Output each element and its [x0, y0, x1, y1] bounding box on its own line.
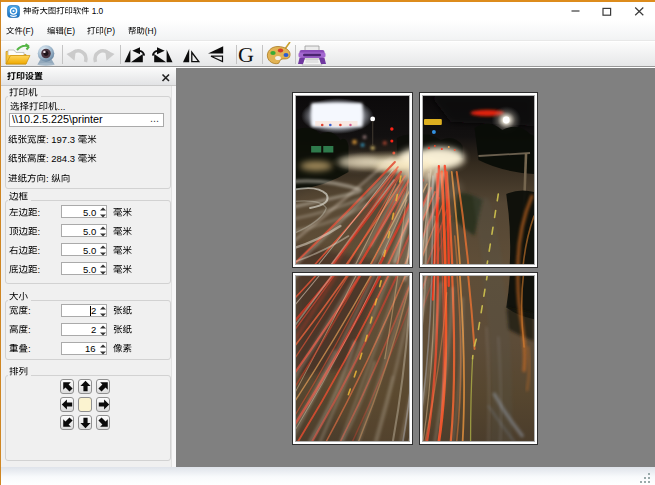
svg-text:5.0: 5.0 [83, 227, 96, 237]
svg-text::: : [46, 174, 49, 184]
svg-text::: : [38, 227, 41, 237]
svg-text:5.0: 5.0 [83, 246, 96, 256]
svg-text:2: 2 [91, 306, 96, 316]
svg-text:(F): (F) [23, 27, 34, 36]
svg-text::: : [28, 325, 31, 335]
svg-text:5.0: 5.0 [83, 208, 96, 218]
svg-text::: : [28, 344, 31, 354]
svg-text:G: G [238, 42, 254, 67]
svg-text::: : [38, 208, 41, 218]
svg-text:...: ... [150, 113, 159, 124]
svg-text:2: 2 [91, 325, 96, 335]
svg-text:(E): (E) [64, 27, 75, 36]
svg-text::: : [46, 154, 49, 164]
svg-text:1.0: 1.0 [92, 7, 104, 16]
svg-text::: : [46, 135, 49, 145]
svg-text:(P): (P) [104, 27, 115, 36]
svg-text:197.3: 197.3 [51, 135, 75, 145]
svg-text::: : [38, 246, 41, 256]
svg-text:(H): (H) [145, 27, 157, 36]
svg-text::: : [28, 306, 31, 316]
svg-text:...: ... [57, 102, 65, 112]
svg-text:\\10.2.5.225\printer: \\10.2.5.225\printer [12, 114, 103, 125]
svg-text:284.3: 284.3 [51, 154, 75, 164]
svg-text:5.0: 5.0 [83, 265, 96, 275]
svg-text:16: 16 [85, 344, 96, 354]
svg-text::: : [38, 265, 41, 275]
